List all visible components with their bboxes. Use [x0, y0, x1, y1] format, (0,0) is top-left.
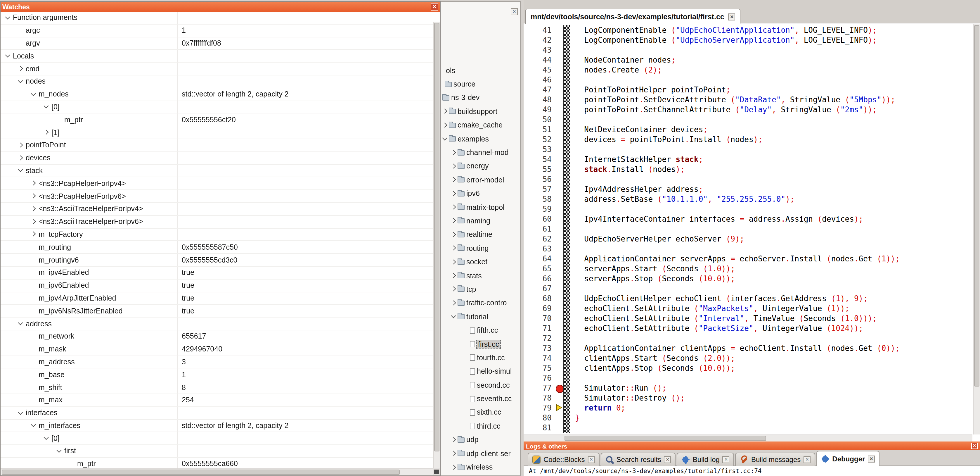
log-tab-build-messages[interactable]: Build messages× [735, 453, 815, 466]
code-line[interactable]: 43 [523, 45, 972, 55]
tree-item-realtime[interactable]: realtime [439, 228, 520, 241]
watch-row[interactable]: m_ptr0x55555556cf20 [1, 114, 433, 126]
watch-row[interactable]: interfaces [1, 407, 433, 420]
chevron-expanded-icon[interactable] [17, 78, 25, 85]
log-tab-debugger[interactable]: Debugger× [816, 451, 880, 466]
code-line[interactable]: 47 PointToPointHelper pointToPoint; [523, 85, 972, 95]
chevron-collapsed-icon[interactable] [17, 65, 25, 72]
tree-item-naming[interactable]: naming [439, 214, 520, 228]
projects-close-button[interactable]: × [511, 8, 518, 15]
chevron-expanded-icon[interactable] [56, 447, 63, 455]
watches-vertical-scrollbar[interactable] [433, 22, 440, 468]
code-line[interactable]: 58 address.SetBase ("10.1.1.0", "255.255… [523, 194, 972, 204]
chevron-expanded-icon[interactable] [30, 90, 37, 98]
logs-close-button[interactable]: × [971, 442, 978, 449]
editor-vertical-scrollbar-thumb[interactable] [974, 25, 979, 387]
watch-row[interactable]: address [1, 318, 433, 331]
chevron-collapsed-icon[interactable] [30, 231, 37, 238]
watch-row[interactable]: m_routingv60x5555555cd3c0 [1, 254, 433, 267]
code-line[interactable]: 56 [523, 174, 972, 184]
watch-row[interactable]: <ns3::PcapHelperForIpv4> [1, 177, 433, 190]
code-line[interactable]: 73 ApplicationContainer clientApps = ech… [523, 343, 972, 353]
watch-row[interactable]: m_tcpFactory [1, 228, 433, 241]
chevron-collapsed-icon[interactable] [17, 154, 25, 162]
watch-row[interactable]: m_ipv6NsRsJitterEnabledtrue [1, 305, 433, 318]
watch-row[interactable]: [1] [1, 126, 433, 139]
watch-row[interactable]: [0] [1, 433, 433, 445]
watch-row[interactable]: m_mask4294967040 [1, 343, 433, 356]
watch-row[interactable]: m_base1 [1, 369, 433, 382]
code-line[interactable]: 44 NodeContainer nodes; [523, 55, 972, 65]
watch-row[interactable]: m_routing0x555555587c50 [1, 241, 433, 254]
code-line[interactable]: 50 [523, 115, 972, 125]
chevron-collapsed-icon[interactable] [450, 245, 458, 252]
chevron-expanded-icon[interactable] [450, 313, 458, 321]
breakpoint-icon[interactable] [555, 383, 563, 393]
chevron-collapsed-icon[interactable] [450, 299, 458, 307]
chevron-expanded-icon[interactable] [4, 52, 12, 60]
log-tab-code-blocks[interactable]: Code::Blocks× [528, 453, 599, 466]
watch-row[interactable]: m_network655617 [1, 331, 433, 343]
watch-row[interactable]: m_ipv6Enabledtrue [1, 279, 433, 292]
watches-horizontal-scrollbar[interactable] [1, 468, 433, 475]
tree-item-stats[interactable]: stats [439, 269, 520, 283]
chevron-collapsed-icon[interactable] [450, 217, 458, 225]
watch-row[interactable]: Function arguments [1, 12, 433, 24]
code-line[interactable]: 53 [523, 144, 972, 154]
watch-row[interactable]: m_address3 [1, 356, 433, 369]
code-line[interactable]: 46 [523, 75, 972, 85]
code-line[interactable]: 68 UdpEchoClientHelper echoClient (inter… [523, 294, 972, 303]
code-line[interactable]: 70 echoClient.SetAttribute ("Interval", … [523, 313, 972, 323]
tree-item-socket[interactable]: socket [439, 255, 520, 269]
tree-item-buildsupport[interactable]: buildsupport [439, 105, 520, 118]
tree-item-udp[interactable]: udp [439, 433, 520, 447]
watch-row[interactable]: nodes [1, 75, 433, 88]
chevron-collapsed-icon[interactable] [450, 190, 458, 197]
watch-row[interactable]: pointToPoint [1, 139, 433, 152]
tree-item-tutorial[interactable]: tutorial [439, 310, 520, 324]
watch-row[interactable]: [0] [1, 101, 433, 114]
watch-row[interactable]: <ns3::PcapHelperForIpv6> [1, 190, 433, 203]
watches-title-bar[interactable]: Watches × [1, 2, 440, 12]
tree-item-error-model[interactable]: error-model [439, 173, 520, 187]
tree-item-udp-client-ser[interactable]: udp-client-ser [439, 447, 520, 460]
watch-row[interactable]: m_ptr0x5555555ca660 [1, 458, 433, 468]
log-tab-search-results[interactable]: Search results× [600, 453, 676, 466]
watch-row[interactable]: <ns3::AsciiTraceHelperForIpv4> [1, 203, 433, 216]
watch-row[interactable]: cmd [1, 62, 433, 75]
chevron-collapsed-icon[interactable] [450, 272, 458, 280]
editor-horizontal-scrollbar-thumb[interactable] [565, 436, 766, 441]
chevron-expanded-icon[interactable] [30, 422, 37, 430]
code-line[interactable]: 81 [523, 423, 972, 433]
tree-item-third.cc[interactable]: third.cc [439, 419, 520, 433]
tree-item-ols[interactable]: ols [439, 64, 520, 77]
watches-vertical-scrollbar-thumb[interactable] [434, 23, 439, 452]
tree-item-fifth.cc[interactable]: fifth.cc [439, 324, 520, 337]
chevron-collapsed-icon[interactable] [43, 129, 50, 136]
code-line[interactable]: 72 [523, 333, 972, 343]
chevron-collapsed-icon[interactable] [30, 192, 37, 200]
tree-item-source[interactable]: source [439, 77, 520, 91]
code-line[interactable]: 65 serverApps.Start (Seconds (1.0)); [523, 264, 972, 274]
editor-horizontal-scrollbar[interactable] [523, 434, 972, 441]
code-line[interactable]: 52 devices = pointToPoint.Install (nodes… [523, 134, 972, 144]
tree-item-cmake-cache[interactable]: cmake_cache [439, 118, 520, 132]
code-line[interactable]: 74 clientApps.Start (Seconds (2.0)); [523, 353, 972, 363]
watch-row[interactable]: stack [1, 165, 433, 177]
watch-row[interactable]: Locals [1, 50, 433, 63]
chevron-expanded-icon[interactable] [17, 409, 25, 417]
code-line[interactable]: 62 UdpEchoServerHelper echoServer (9); [523, 234, 972, 244]
tree-item-examples[interactable]: examples [439, 132, 520, 146]
chevron-expanded-icon[interactable] [43, 434, 50, 442]
code-line[interactable]: 59 [523, 204, 972, 214]
watch-row[interactable]: <ns3::AsciiTraceHelperForIpv6> [1, 216, 433, 228]
chevron-collapsed-icon[interactable] [30, 205, 37, 213]
tree-item-channel-mod[interactable]: channel-mod [439, 146, 520, 160]
code-line[interactable]: 66 serverApps.Stop (Seconds (10.0)); [523, 274, 972, 284]
log-tab-build-log[interactable]: Build log× [677, 453, 734, 466]
chevron-collapsed-icon[interactable] [441, 121, 449, 129]
watch-row[interactable]: m_interfacesstd::vector of length 2, cap… [1, 420, 433, 433]
tree-item-ipv6[interactable]: ipv6 [439, 187, 520, 201]
tree-item-first.cc[interactable]: first.cc [439, 337, 520, 351]
tree-item-energy[interactable]: energy [439, 159, 520, 173]
